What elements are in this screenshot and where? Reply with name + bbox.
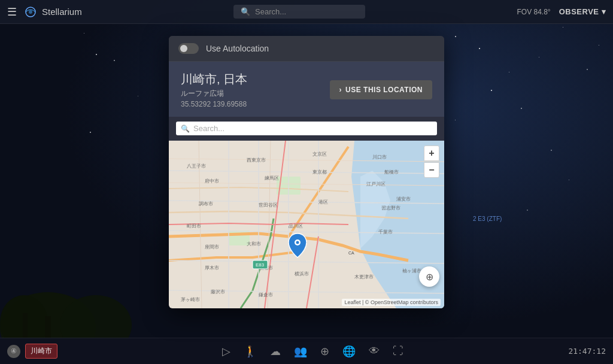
svg-text:藤沢市: 藤沢市 [211,289,225,295]
svg-text:鎌倉市: 鎌倉市 [259,292,273,298]
modal-header: Use Autolocation [169,36,444,62]
svg-text:大和市: 大和市 [247,241,261,247]
svg-text:府中市: 府中市 [205,178,219,184]
svg-text:習志野市: 習志野市 [381,205,400,211]
location-modal: Use Autolocation 川崎市, 日本 ルーファ広場 35.53292… [169,36,444,308]
zoom-out-button[interactable]: − [424,162,439,178]
map-svg: 八王子市 西東京市 文京区 川口市 船橋市 府中市 練馬区 東京都 江戸川区 浦… [169,141,444,308]
svg-text:世田谷区: 世田谷区 [259,202,278,208]
map-search-row: 🔍 [169,117,444,141]
svg-text:木更津市: 木更津市 [354,274,374,280]
map-zoom-controls: + − [424,145,439,178]
svg-text:茅ヶ崎市: 茅ヶ崎市 [181,297,200,302]
map-attribution: Leaflet | © OpenStreetMap contributors [342,299,441,306]
location-info-section: 川崎市, 日本 ルーファ広場 35.53292 139.69588 › USE … [169,62,444,117]
svg-text:横浜市: 横浜市 [295,271,309,277]
svg-text:厚木市: 厚木市 [205,265,219,271]
svg-text:文京区: 文京区 [312,151,327,157]
svg-text:座間市: 座間市 [205,244,219,250]
use-location-label: USE THIS LOCATION [345,86,423,94]
svg-text:袖ヶ浦市: 袖ヶ浦市 [402,268,421,274]
svg-text:CA: CA [348,251,354,255]
svg-text:江戸川区: 江戸川区 [366,181,386,187]
svg-text:千葉市: 千葉市 [378,229,393,235]
location-coords: 35.53292 139.69588 [181,100,247,108]
svg-text:船橋市: 船橋市 [384,169,399,175]
svg-point-43 [296,241,299,244]
svg-text:町田市: 町田市 [187,223,201,229]
location-details: 川崎市, 日本 ルーファ広場 35.53292 139.69588 [181,71,247,108]
svg-text:東京都: 東京都 [312,169,327,175]
use-location-button[interactable]: › USE THIS LOCATION [330,80,432,99]
svg-text:浦安市: 浦安市 [396,196,411,202]
svg-text:港区: 港区 [318,199,328,205]
modal-overlay: Use Autolocation 川崎市, 日本 ルーファ広場 35.53292… [0,0,613,364]
map-search-icon: 🔍 [181,125,190,133]
locate-button[interactable]: ⊕ [419,266,439,287]
map-search-wrap[interactable]: 🔍 [176,122,437,135]
map-search-input[interactable] [193,124,432,133]
svg-text:E83: E83 [256,262,265,268]
svg-text:川口市: 川口市 [372,154,387,160]
svg-text:八王子市: 八王子市 [187,163,206,169]
svg-text:西東京市: 西東京市 [247,157,266,163]
map-area[interactable]: 八王子市 西東京市 文京区 川口市 船橋市 府中市 練馬区 東京都 江戸川区 浦… [169,141,444,308]
crosshair-icon: ⊕ [426,271,433,283]
chevron-right-icon: › [339,86,342,94]
autolocation-label: Use Autolocation [206,44,269,53]
svg-text:調布市: 調布市 [199,201,213,207]
location-area: ルーファ広場 [181,89,247,99]
autolocation-toggle[interactable] [178,43,199,54]
svg-text:練馬区: 練馬区 [264,175,279,181]
location-city: 川崎市, 日本 [181,71,247,87]
zoom-in-button[interactable]: + [424,145,439,161]
svg-text:品川区: 品川区 [289,223,303,229]
